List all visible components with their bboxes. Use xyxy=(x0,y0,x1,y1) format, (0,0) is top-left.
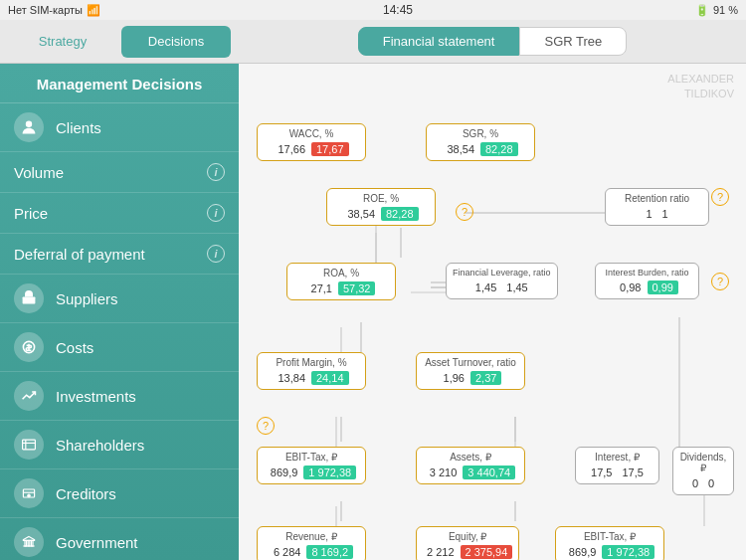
sgr-v2: 82,28 xyxy=(480,142,518,156)
intburden-title: Interest Burden, ratio xyxy=(602,268,692,278)
dividends-v2: 0 xyxy=(704,476,718,490)
revenue-title: Revenue, ₽ xyxy=(264,531,359,542)
left-tab-group: Strategy Decisions xyxy=(0,20,239,63)
at-v2: 2,37 xyxy=(470,371,501,385)
roe-v2: 82,28 xyxy=(381,207,419,221)
svg-point-8 xyxy=(28,494,30,496)
price-info-icon[interactable]: i xyxy=(207,204,225,222)
dividends-values: 0 0 xyxy=(679,476,727,490)
volume-info-icon[interactable]: i xyxy=(207,163,225,181)
dividends-node: Dividends, ₽ 0 0 xyxy=(672,447,734,495)
right-tab-group: Financial statement SGR Tree xyxy=(239,20,746,63)
intburden-values: 0,98 0,99 xyxy=(602,280,692,294)
finlev-v2: 1,45 xyxy=(502,280,531,294)
battery-icon: 🔋 xyxy=(695,4,709,17)
battery-percent: 91 % xyxy=(713,4,738,16)
tree-q-icon-2[interactable]: ? xyxy=(257,417,275,435)
shareholders-icon xyxy=(21,437,37,453)
sidebar-item-shareholders[interactable]: Shareholders xyxy=(0,421,239,469)
roe-values: 38,54 82,28 xyxy=(333,207,429,221)
financial-statement-tab[interactable]: Financial statement xyxy=(358,27,520,56)
intburden-node: Interest Burden, ratio 0,98 0,99 xyxy=(595,263,699,299)
status-right: 🔋 91 % xyxy=(695,4,738,17)
equity-title: Equity, ₽ xyxy=(423,531,512,542)
intburden-q-icon[interactable]: ? xyxy=(711,273,729,290)
finlev-node: Financial Leverage, ratio 1,45 1,45 xyxy=(446,263,558,299)
wacc-v2: 17,67 xyxy=(311,142,349,156)
person-icon xyxy=(21,119,37,135)
interest-values: 17,5 17,5 xyxy=(582,466,653,479)
volume-label: Volume xyxy=(14,164,207,181)
sidebar-item-price[interactable]: Price i xyxy=(0,193,239,234)
suppliers-icon-circle xyxy=(14,283,44,313)
revenue-v1: 6 284 xyxy=(270,545,305,559)
assets-node: Assets, ₽ 3 210 3 440,74 xyxy=(416,447,525,484)
finlev-values: 1,45 1,45 xyxy=(453,280,551,294)
pm-v2: 24,14 xyxy=(311,371,349,385)
strategy-tab[interactable]: Strategy xyxy=(8,26,117,58)
ebit2-v1: 869,9 xyxy=(565,545,601,559)
finlev-title: Financial Leverage, ratio xyxy=(453,268,551,278)
svg-rect-9 xyxy=(25,540,27,546)
roa-v2: 57,32 xyxy=(338,281,376,295)
sidebar-item-clients[interactable]: Clients xyxy=(0,103,239,152)
roa-v1: 27,1 xyxy=(307,281,336,295)
clients-label: Clients xyxy=(56,119,101,136)
sidebar-item-suppliers[interactable]: Suppliers xyxy=(0,275,239,323)
wacc-node: WACC, % 17,66 17,67 xyxy=(257,123,366,161)
retention-title: Retention ratio xyxy=(612,193,702,204)
assets-title: Assets, ₽ xyxy=(423,452,518,463)
sidebar-item-investments[interactable]: Investments xyxy=(0,372,239,421)
costs-icon-circle xyxy=(14,332,44,362)
status-left: Нет SIM-карты 📶 xyxy=(8,4,100,17)
sidebar-item-volume[interactable]: Volume i xyxy=(0,152,239,193)
dividends-title: Dividends, ₽ xyxy=(679,452,727,473)
ebit2-values: 869,9 1 972,38 xyxy=(562,545,657,559)
creditors-icon xyxy=(21,485,37,501)
sidebar-item-creditors[interactable]: Creditors xyxy=(0,469,239,518)
deferral-info-icon[interactable]: i xyxy=(207,245,225,263)
ebit-tax-node: EBIT-Tax, ₽ 869,9 1 972,38 xyxy=(257,447,366,484)
status-bar: Нет SIM-карты 📶 14:45 🔋 91 % xyxy=(0,0,746,20)
equity-node: Equity, ₽ 2 212 2 375,94 xyxy=(416,526,519,560)
finlev-v1: 1,45 xyxy=(471,280,500,294)
sgr-node: SGR, % 38,54 82,28 xyxy=(426,123,535,161)
creditors-icon-circle xyxy=(14,478,44,508)
revenue-node: Revenue, ₽ 6 284 8 169,2 xyxy=(257,526,366,560)
wacc-values: 17,66 17,67 xyxy=(264,142,359,156)
assets-v1: 3 210 xyxy=(426,466,462,479)
ebit-v1: 869,9 xyxy=(267,466,302,479)
revenue-values: 6 284 8 169,2 xyxy=(264,545,359,559)
suppliers-label: Suppliers xyxy=(56,290,118,307)
shareholders-icon-circle xyxy=(14,430,44,460)
sidebar-item-costs[interactable]: Costs xyxy=(0,323,239,372)
retention-q-icon-1[interactable]: ? xyxy=(711,188,729,206)
sidebar: Management Decisions Clients Volume i Pr… xyxy=(0,64,239,560)
revenue-v2: 8 169,2 xyxy=(306,545,353,559)
government-icon-circle xyxy=(14,527,44,557)
wacc-title: WACC, % xyxy=(264,128,359,139)
svg-rect-10 xyxy=(28,540,30,546)
sgr-tree-tab[interactable]: SGR Tree xyxy=(519,27,627,56)
svg-rect-3 xyxy=(23,440,36,450)
wacc-v1: 17,66 xyxy=(274,142,309,156)
assetturnover-node: Asset Turnover, ratio 1,96 2,37 xyxy=(416,352,525,390)
assets-v2: 3 440,74 xyxy=(463,466,515,479)
svg-rect-11 xyxy=(31,540,33,546)
deferral-label: Deferral of payment xyxy=(14,246,207,263)
sidebar-item-deferral[interactable]: Deferral of payment i xyxy=(0,234,239,275)
sidebar-item-government[interactable]: Government xyxy=(0,518,239,560)
pm-v1: 13,84 xyxy=(274,371,309,385)
ebit2-title: EBIT-Tax, ₽ xyxy=(562,531,657,542)
decisions-tab[interactable]: Decisions xyxy=(121,26,231,58)
ebit-tax2-node: EBIT-Tax, ₽ 869,9 1 972,38 xyxy=(555,526,664,560)
equity-v2: 2 375,94 xyxy=(461,545,513,559)
sgr-values: 38,54 82,28 xyxy=(433,142,528,156)
roe-q-icon[interactable]: ? xyxy=(456,203,473,221)
wifi-icon: 📶 xyxy=(87,4,100,17)
price-label: Price xyxy=(14,205,207,222)
investments-label: Investments xyxy=(56,388,136,405)
assets-values: 3 210 3 440,74 xyxy=(423,466,518,479)
ebit-title: EBIT-Tax, ₽ xyxy=(264,452,359,463)
interest-v2: 17,5 xyxy=(619,466,648,479)
